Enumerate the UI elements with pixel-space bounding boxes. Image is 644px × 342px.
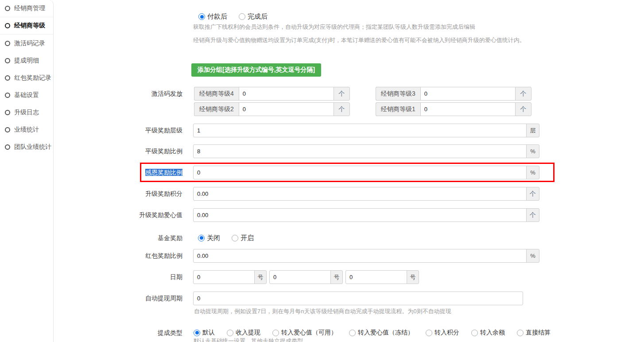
redpacket-reward-ratio-input[interactable] [193, 249, 527, 263]
sidebar-item-performance-stats[interactable]: 业绩统计 [0, 121, 53, 138]
sidebar-item-team-performance-stats[interactable]: 团队业绩统计 [0, 138, 53, 155]
circle-icon [5, 93, 10, 98]
commission-type-label: 提成类型 [66, 326, 182, 339]
gratitude-reward-ratio-label: 感恩奖励比例 [66, 166, 182, 179]
radio-icon[interactable] [471, 330, 478, 336]
auto-withdraw-cycle-label: 自动提现周期 [66, 291, 182, 305]
upgrade-hint-1: 获取推广下线权利的会员达到条件，自动升级为对应等级的代理商；指定某团队等级人数升… [193, 23, 475, 31]
unit-day-suffix: 号 [254, 270, 267, 284]
circle-icon [5, 6, 10, 11]
date-input-3[interactable] [345, 270, 407, 284]
radio-option-income-withdraw[interactable]: 收入提现 [227, 329, 260, 337]
activation-code-level1-input[interactable] [420, 102, 516, 116]
date-input-1[interactable] [193, 270, 255, 284]
peer-reward-ratio-input[interactable] [193, 144, 527, 158]
activation-code-level2-input[interactable] [239, 102, 334, 116]
level2-addon-label: 经销商等级2 [194, 102, 239, 116]
activation-code-level3-input[interactable] [420, 87, 516, 101]
date-group-1: 号 [193, 270, 267, 284]
peer-reward-level-label: 平级奖励层级 [66, 124, 182, 137]
unit-percent-suffix: % [526, 249, 539, 263]
sidebar-item-upgrade-log[interactable]: 升级日志 [0, 104, 53, 121]
radio-icon[interactable] [227, 330, 233, 336]
upgrade-hint-2: 经销商升级与爱心值购物赠送均设置为订单完成(支付)时，本笔订单赠送的爱心值有可能… [193, 36, 525, 44]
radio-option-after-payment[interactable]: 付款后 [198, 12, 227, 21]
radio-option-to-balance[interactable]: 转入余额 [471, 329, 505, 337]
radio-icon[interactable] [198, 235, 205, 241]
sidebar-item-activation-code-records[interactable]: 激活码记录 [0, 35, 53, 52]
radio-option-default[interactable]: 默认 [194, 329, 215, 337]
radio-label: 转入积分 [435, 329, 459, 337]
fund-reward-label: 基金奖励 [66, 231, 182, 245]
activation-code-level4-group: 经销商等级4 个 [194, 87, 350, 101]
add-group-button[interactable]: 添加分组[选择升级方式编号,英文逗号分隔] [191, 63, 321, 77]
sidebar-item-commission-details[interactable]: 提成明细 [0, 52, 53, 69]
radio-option-love-available[interactable]: 转入爱心值（可用） [272, 329, 337, 337]
sidebar-item-label: 红包奖励记录 [14, 74, 51, 82]
radio-option-to-points[interactable]: 转入积分 [426, 329, 459, 337]
radio-icon[interactable] [194, 330, 200, 336]
upgrade-reward-love-input[interactable] [193, 208, 527, 222]
radio-option-after-completion[interactable]: 完成后 [239, 12, 268, 21]
sidebar-item-basic-settings[interactable]: 基础设置 [0, 86, 53, 104]
circle-icon [5, 58, 10, 63]
sidebar-item-dealer-management[interactable]: 经销商管理 [0, 0, 53, 17]
radio-label: 直接结算 [526, 329, 551, 337]
radio-icon[interactable] [517, 330, 524, 336]
radio-option-closed[interactable]: 关闭 [198, 234, 220, 242]
radio-label: 付款后 [207, 12, 227, 21]
sidebar-item-dealer-level[interactable]: 经销商等级 [0, 17, 53, 35]
redpacket-reward-ratio-label: 红包奖励比例 [66, 249, 182, 262]
radio-label: 转入爱心值（冻结） [358, 329, 414, 337]
level1-addon-label: 经销商等级1 [376, 102, 420, 116]
activation-code-level2-group: 经销商等级2 个 [194, 102, 350, 116]
sidebar-item-redpacket-reward-records[interactable]: 红包奖励记录 [0, 69, 53, 86]
unit-piece-suffix: 个 [334, 102, 350, 116]
dealer-level-settings-page: 经销商管理 经销商等级 激活码记录 提成明细 红包奖励记录 基础设置 升级日志 [0, 0, 644, 342]
unit-percent-suffix: % [526, 144, 539, 158]
radio-icon[interactable] [349, 330, 356, 336]
activation-code-level3-group: 经销商等级3 个 [376, 87, 531, 101]
date-group-3: 号 [345, 270, 419, 284]
upgrade-reward-points-input[interactable] [193, 187, 527, 201]
radio-option-open[interactable]: 开启 [232, 234, 254, 242]
commission-type-hint: 默认走基础统一设置，其他走独立提成类型 [194, 337, 303, 342]
auto-withdraw-cycle-group [193, 291, 523, 305]
radio-label: 开启 [241, 234, 254, 242]
peer-reward-level-input[interactable] [193, 124, 527, 137]
radio-label: 默认 [202, 329, 215, 337]
radio-option-love-frozen[interactable]: 转入爱心值（冻结） [349, 329, 414, 337]
upgrade-timing-radio-group: 付款后 完成后 [198, 12, 268, 21]
selected-text-highlight: 感恩奖励比例 [145, 169, 182, 176]
peer-reward-ratio-label: 平级奖励比例 [66, 144, 182, 158]
sidebar-item-label: 升级日志 [14, 109, 39, 117]
radio-label: 转入爱心值（可用） [281, 329, 337, 337]
radio-icon[interactable] [198, 13, 205, 20]
gratitude-reward-ratio-input[interactable] [193, 166, 527, 179]
radio-label: 完成后 [248, 12, 268, 21]
circle-icon [5, 144, 10, 150]
upgrade-reward-points-label: 升级奖励积分 [66, 187, 182, 200]
sidebar-item-label: 提成明细 [14, 57, 39, 65]
upgrade-reward-love-label: 升级奖励爱心值 [66, 208, 182, 222]
radio-icon[interactable] [272, 330, 279, 336]
unit-day-suffix: 号 [330, 270, 343, 284]
unit-piece-suffix: 个 [526, 208, 539, 222]
circle-icon [5, 23, 10, 28]
activation-code-level4-input[interactable] [239, 87, 334, 101]
radio-icon[interactable] [239, 13, 245, 20]
date-label: 日期 [66, 270, 182, 284]
auto-withdraw-cycle-input[interactable] [193, 291, 523, 305]
radio-icon[interactable] [232, 235, 238, 241]
circle-icon [5, 127, 10, 132]
circle-icon [5, 41, 10, 46]
circle-icon [5, 75, 10, 81]
auto-withdraw-cycle-hint: 自动提现周期，例如设置7日，则在每月每n天该等级经销商自动完成手动提现流程。为0… [194, 307, 451, 315]
date-input-2[interactable] [269, 270, 331, 284]
radio-option-direct-settlement[interactable]: 直接结算 [517, 329, 551, 337]
gratitude-reward-ratio-group: % [193, 166, 539, 179]
unit-day-suffix: 号 [407, 270, 419, 284]
radio-icon[interactable] [426, 330, 432, 336]
activation-code-level1-group: 经销商等级1 个 [376, 102, 531, 116]
sidebar-item-label: 团队业绩统计 [14, 143, 51, 151]
